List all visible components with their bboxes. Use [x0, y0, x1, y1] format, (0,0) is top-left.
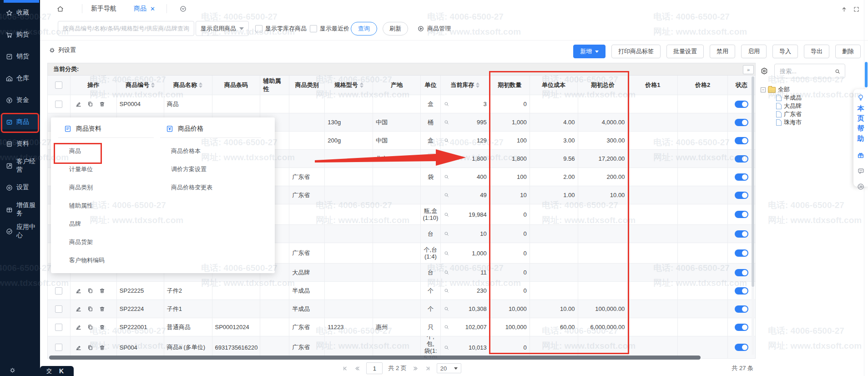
popup-item-商品货架[interactable]: 商品货架 [69, 233, 93, 251]
toolbar-button-批量设置[interactable]: 批量设置 [666, 45, 704, 58]
hscroll-thumb[interactable] [49, 356, 701, 360]
tree-node-root[interactable]: −全部 [761, 86, 856, 94]
delete-button[interactable] [99, 344, 106, 351]
tree-node-大品牌[interactable]: 大品牌 [761, 102, 856, 110]
scroll-top-icon[interactable] [841, 5, 848, 13]
stock-lookup-icon[interactable] [444, 212, 449, 218]
copy-button[interactable] [87, 324, 94, 330]
horizontal-scrollbar[interactable] [47, 356, 756, 360]
delete-button[interactable] [99, 305, 106, 312]
stock-lookup-icon[interactable] [444, 101, 449, 107]
fullscreen-icon[interactable] [853, 5, 860, 13]
popup-item-品牌[interactable]: 品牌 [69, 215, 81, 233]
recent-price-checkbox[interactable]: 显示最近价 [310, 22, 349, 36]
last-page-icon[interactable] [424, 365, 431, 372]
close-icon[interactable]: ✕ [150, 5, 155, 12]
collapse-node-icon[interactable]: − [761, 87, 766, 92]
category-search-input[interactable] [779, 67, 831, 75]
column-header-stock[interactable]: 当前库存 [441, 76, 490, 95]
page-help-label[interactable]: 本页帮助 [858, 103, 864, 143]
tree-node-广东省[interactable]: 广东省 [761, 110, 856, 118]
status-toggle[interactable] [735, 101, 748, 108]
first-page-icon[interactable] [342, 365, 348, 372]
toolbar-button-新增[interactable]: 新增 [573, 45, 606, 58]
stock-lookup-icon[interactable] [444, 345, 449, 351]
prev-page-icon[interactable] [354, 365, 361, 372]
popup-item-商品价格变更表[interactable]: 商品价格变更表 [171, 178, 212, 197]
sidebar-footer-gear[interactable] [9, 366, 16, 374]
toolbar-button-导出[interactable]: 导出 [804, 45, 829, 58]
chat-icon[interactable] [857, 167, 865, 175]
stock-lookup-icon[interactable] [444, 250, 449, 256]
sidebar-item-销货[interactable]: 销货 [0, 49, 40, 64]
status-toggle[interactable] [735, 192, 748, 199]
popup-item-客户物料编码[interactable]: 客户物料编码 [69, 251, 105, 269]
sort-icon[interactable] [151, 82, 155, 88]
tree-node-半成品[interactable]: 半成品 [761, 94, 856, 102]
copy-button[interactable] [87, 344, 94, 351]
edit-button[interactable] [75, 305, 82, 312]
toolbar-button-删除[interactable]: 删除 [835, 45, 861, 58]
popup-item-调价方案设置[interactable]: 调价方案设置 [171, 160, 207, 178]
row-checkbox[interactable] [55, 101, 62, 108]
category-search-box[interactable] [774, 64, 845, 78]
bulb-icon[interactable] [857, 93, 865, 102]
checkbox-icon[interactable] [255, 25, 262, 32]
edit-button[interactable] [75, 344, 82, 351]
search-input[interactable] [58, 21, 194, 36]
popup-item-商品价格本[interactable]: 商品价格本 [171, 142, 201, 160]
sort-icon[interactable] [360, 82, 363, 88]
tree-node-珠海市[interactable]: 珠海市 [761, 118, 856, 127]
status-toggle[interactable] [735, 230, 748, 238]
status-toggle[interactable] [735, 155, 748, 163]
refresh-button[interactable]: 刷新 [383, 22, 408, 36]
popup-item-商品[interactable]: 商品 [69, 142, 81, 160]
sidebar-item-应用中心[interactable]: 应用中心 [0, 224, 40, 239]
edit-button[interactable] [75, 324, 82, 330]
copy-button[interactable] [87, 287, 94, 294]
status-toggle[interactable] [735, 249, 748, 257]
sidebar-item-收藏[interactable]: 收藏 [0, 5, 40, 20]
sidebar-item-购货[interactable]: 购货 [0, 27, 40, 42]
column-header-spec[interactable]: 规格型号 [325, 76, 373, 95]
sidebar-item-仓库[interactable]: 仓库 [0, 71, 40, 86]
tab-history-icon[interactable] [179, 5, 187, 13]
next-page-icon[interactable] [412, 365, 419, 372]
edit-button[interactable] [75, 287, 82, 294]
stock-lookup-icon[interactable] [444, 192, 449, 198]
stock-lookup-icon[interactable] [444, 137, 449, 143]
row-checkbox[interactable] [55, 287, 62, 295]
column-header-name[interactable]: 商品名称 [164, 76, 212, 95]
collapse-rail-icon[interactable] [857, 182, 865, 191]
copy-button[interactable] [87, 305, 94, 312]
row-checkbox[interactable] [55, 344, 62, 351]
status-toggle[interactable] [735, 305, 748, 313]
category-settings-icon[interactable] [760, 66, 769, 76]
popup-item-计量单位[interactable]: 计量单位 [69, 160, 93, 178]
status-toggle[interactable] [735, 211, 748, 218]
status-toggle[interactable] [735, 269, 748, 276]
search-icon[interactable] [834, 67, 841, 75]
toolbar-button-启用[interactable]: 启用 [741, 45, 767, 58]
tab-商品[interactable]: 商品✕ [134, 0, 155, 17]
stock-lookup-icon[interactable] [444, 156, 449, 162]
edit-button[interactable] [75, 101, 82, 107]
popup-item-商品类别[interactable]: 商品类别 [69, 178, 93, 197]
tab-新手导航[interactable]: 新手导航 [91, 0, 116, 17]
sort-icon[interactable] [199, 82, 202, 88]
stock-lookup-icon[interactable] [444, 231, 449, 237]
vertical-scrollbar[interactable] [752, 76, 754, 355]
page-number-input[interactable] [366, 362, 383, 374]
stock-lookup-icon[interactable] [444, 119, 449, 125]
status-filter-select[interactable]: 显示启用商品 [196, 21, 249, 36]
delete-button[interactable] [99, 101, 106, 107]
column-settings-button[interactable]: 列设置 [49, 46, 76, 54]
toolbar-button-禁用[interactable]: 禁用 [710, 45, 735, 58]
stock-lookup-icon[interactable] [444, 174, 449, 180]
status-toggle[interactable] [735, 287, 748, 295]
delete-button[interactable] [99, 324, 106, 330]
toolbar-button-打印商品标签[interactable]: 打印商品标签 [611, 45, 661, 58]
sidebar-item-客户经营[interactable]: 客户经营 [0, 158, 40, 173]
status-toggle[interactable] [735, 137, 748, 144]
taskbar-widget[interactable]: 交K [40, 366, 74, 376]
